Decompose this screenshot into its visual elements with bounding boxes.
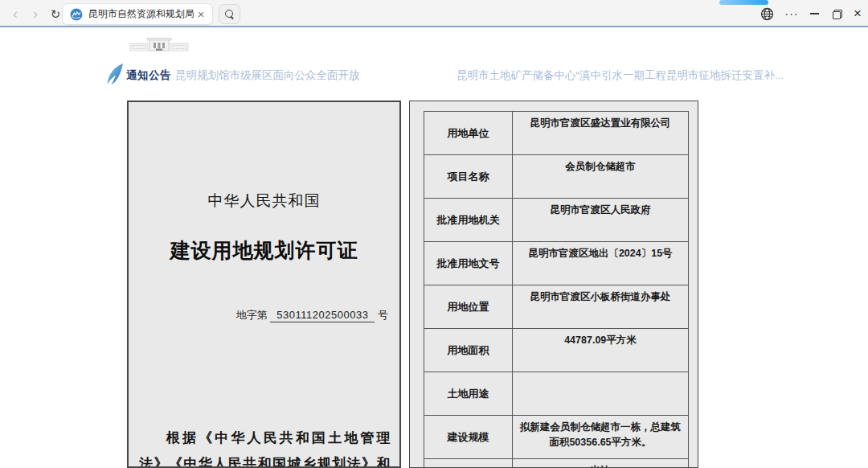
table-row: 批准用地文号 昆明市官渡区地出〔2024〕15号 — [424, 242, 688, 285]
table-row: 批准用地机关 昆明市官渡区人民政府 — [424, 199, 688, 242]
certificate-country: 中华人民共和国 — [129, 191, 399, 211]
certificate-number-suffix: 号 — [378, 309, 388, 321]
row-value: 昆明市官渡区小板桥街道办事处 — [513, 285, 688, 328]
table-row: 建设规模 拟新建会员制仓储超市一栋，总建筑面积50356.65平方米。 — [424, 416, 688, 459]
table-row: 用地单位 昆明市官渡区盛达置业有限公司 — [424, 112, 688, 155]
more-menu-icon[interactable]: ··· — [781, 3, 802, 24]
row-label: 用地面积 — [424, 329, 513, 372]
restore-window-icon[interactable] — [826, 3, 847, 24]
government-building-image — [127, 37, 191, 53]
row-value: 出让 — [513, 459, 688, 468]
row-label: 用地位置 — [424, 285, 513, 328]
browser-tab[interactable]: 昆明市自然资源和规划局 × — [62, 3, 213, 25]
row-value — [513, 372, 688, 415]
site-favicon-icon — [70, 8, 83, 21]
notice-announcement-label: 通知公告 — [126, 68, 171, 83]
browser-chrome: ‹ › ↻ 昆明市自然资源和规划局 × ··· × — [0, 0, 868, 27]
row-label: 土地用途 — [424, 372, 513, 415]
row-label: 用地单位 — [424, 112, 513, 154]
certificate-title: 建设用地规划许可证 — [129, 237, 399, 264]
row-value: 昆明市官渡区地出〔2024〕15号 — [513, 242, 688, 285]
table-row: 用地位置 昆明市官渡区小板桥街道办事处 — [424, 285, 688, 329]
search-button[interactable] — [219, 4, 240, 24]
row-label — [424, 459, 513, 468]
forward-icon[interactable]: › — [27, 3, 44, 24]
row-label: 项目名称 — [424, 155, 513, 198]
row-label: 批准用地机关 — [424, 199, 513, 241]
minimize-icon[interactable] — [804, 3, 825, 24]
tab-close-icon[interactable]: × — [194, 7, 208, 22]
table-row: 项目名称 会员制仓储超市 — [424, 155, 688, 199]
row-label: 建设规模 — [424, 416, 513, 458]
search-icon — [225, 10, 235, 19]
notice-link-1[interactable]: 昆明规划馆市级展区面向公众全面开放 — [175, 68, 360, 83]
table-row: 出让 — [424, 459, 688, 468]
row-value: 昆明市官渡区盛达置业有限公司 — [513, 112, 688, 154]
certificate-document: 中华人民共和国 建设用地规划许可证 地字第 530111202500033 号 … — [127, 101, 401, 468]
row-value: 44787.09平方米 — [513, 329, 688, 372]
certificate-number: 530111202500033 — [270, 309, 375, 322]
certificate-legal-text: 根据《中华人民共和国土地管理法》《中华人民共和国城乡规划法》和国家有关规定， — [139, 425, 391, 468]
globe-icon[interactable] — [756, 3, 777, 24]
permit-table: 用地单位 昆明市官渡区盛达置业有限公司 项目名称 会员制仓储超市 批准用地机关 … — [424, 111, 689, 468]
back-icon[interactable]: ‹ — [6, 3, 24, 24]
row-value: 会员制仓储超市 — [513, 155, 688, 198]
row-value: 拟新建会员制仓储超市一栋，总建筑面积50356.65平方米。 — [513, 416, 688, 458]
permit-detail-panel: 用地单位 昆明市官渡区盛达置业有限公司 项目名称 会员制仓储超市 批准用地机关 … — [409, 101, 698, 468]
tab-title: 昆明市自然资源和规划局 — [88, 7, 194, 21]
row-label: 批准用地文号 — [424, 242, 513, 285]
table-row: 土地用途 — [424, 372, 688, 416]
quill-feather-icon — [107, 64, 124, 85]
table-row: 用地面积 44787.09平方米 — [424, 329, 688, 372]
notice-link-2[interactable]: 昆明市土地矿产储备中心“滇中引水一期工程昆明市征地拆迁安置补... — [457, 68, 784, 83]
certificate-number-line: 地字第 530111202500033 号 — [129, 308, 399, 322]
row-value: 昆明市官渡区人民政府 — [513, 199, 688, 241]
window-close-icon[interactable]: × — [847, 3, 868, 24]
certificate-number-prefix: 地字第 — [236, 309, 268, 321]
